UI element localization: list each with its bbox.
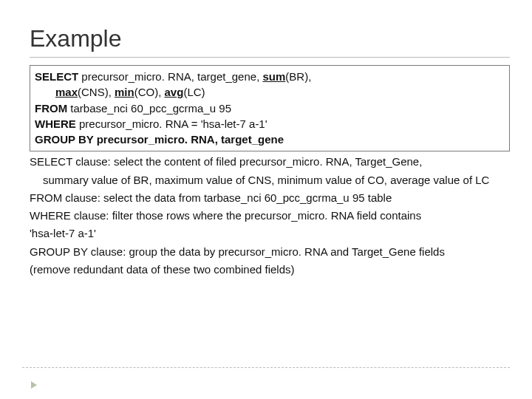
- text: (BR),: [285, 70, 311, 83]
- explain-groupby-line2: (remove redundant data of these two comb…: [30, 262, 510, 277]
- slide: Example SELECT precursor_micro. RNA, tar…: [0, 0, 532, 399]
- func-avg: avg: [165, 86, 184, 98]
- bullet-icon: [31, 381, 37, 389]
- slide-title: Example: [30, 25, 510, 52]
- func-max: max: [55, 86, 78, 98]
- text: precursor_micro. RNA, target_gene,: [78, 70, 262, 83]
- explain-select-line2: summary value of BR, maximum value of CN…: [30, 173, 510, 188]
- text: (CO),: [134, 86, 165, 98]
- func-sum: sum: [262, 70, 285, 83]
- title-area: Example: [0, 0, 532, 61]
- keyword-groupby: GROUP BY: [35, 133, 93, 146]
- sql-line-aggregates: max(CNS), min(CO), avg(LC): [35, 85, 505, 100]
- func-min: min: [115, 86, 134, 98]
- sql-line-select: SELECT precursor_micro. RNA, target_gene…: [35, 69, 505, 84]
- text: precursor_micro. RNA, target_gene: [93, 133, 284, 146]
- keyword-from: FROM: [35, 102, 67, 115]
- text: (CNS),: [78, 86, 115, 98]
- text: precursor_micro. RNA = 'hsa-let-7 a-1': [76, 117, 267, 130]
- explain-from: FROM clause: select the data from tarbas…: [30, 191, 510, 205]
- sql-line-where: WHERE precursor_micro. RNA = 'hsa-let-7 …: [35, 117, 505, 132]
- text: (LC): [183, 86, 205, 98]
- title-divider: [30, 57, 510, 58]
- explain-select-line1: SELECT clause: select the content of fil…: [30, 154, 510, 169]
- explain-where-line2: 'hsa-let-7 a-1': [30, 226, 510, 241]
- explain-where-line1: WHERE clause: filter those rows where th…: [30, 208, 510, 223]
- sql-query-box: SELECT precursor_micro. RNA, target_gene…: [30, 65, 510, 151]
- sql-line-from: FROM tarbase_nci 60_pcc_gcrma_u 95: [35, 101, 505, 116]
- footer-divider: [22, 367, 510, 368]
- keyword-where: WHERE: [35, 117, 76, 130]
- slide-content: SELECT precursor_micro. RNA, target_gene…: [0, 61, 532, 287]
- explain-groupby-line1: GROUP BY clause: group the data by precu…: [30, 245, 510, 259]
- text: tarbase_nci 60_pcc_gcrma_u 95: [67, 102, 231, 115]
- sql-line-groupby: GROUP BY precursor_micro. RNA, target_ge…: [35, 132, 505, 147]
- keyword-select: SELECT: [35, 70, 78, 83]
